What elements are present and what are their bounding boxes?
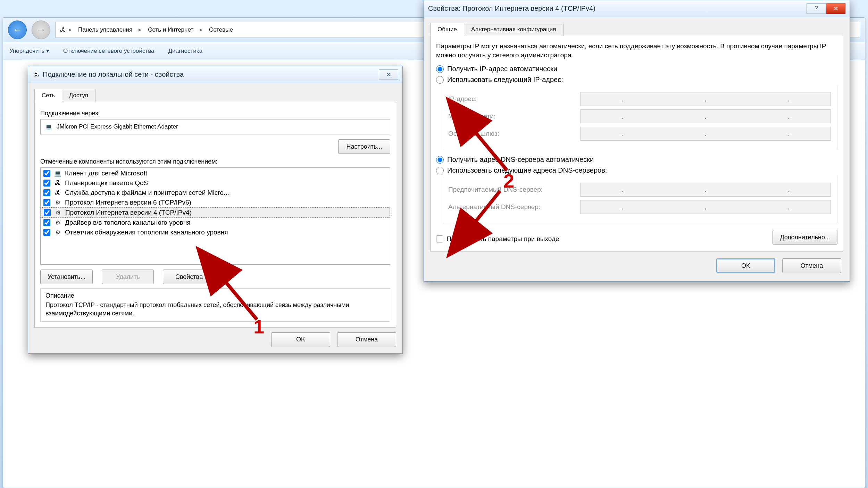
crumb-control-panel[interactable]: Панель управления [74, 26, 136, 33]
component-label: Протокол Интернета версии 4 (TCP/IPv4) [65, 209, 192, 216]
radio-label: Получить адрес DNS-сервера автоматически [447, 156, 594, 164]
ok-button[interactable]: OK [271, 332, 330, 347]
confirm-label: Подтвердить параметры при выходе [446, 235, 559, 243]
description-label: Описание [45, 292, 385, 299]
component-label: Служба доступа к файлам и принтерам сете… [65, 189, 229, 197]
network-adapter-icon: 🖧 [32, 71, 40, 78]
alt-dns-label: Альтернативный DNS-сервер: [448, 203, 573, 211]
crumb-network-internet[interactable]: Сеть и Интернет [144, 26, 198, 33]
components-list[interactable]: 💻Клиент для сетей Microsoft🖧Планировщик … [40, 167, 390, 265]
component-item[interactable]: 💻Клиент для сетей Microsoft [41, 168, 390, 178]
tab-access[interactable]: Доступ [62, 89, 95, 102]
component-item[interactable]: ⚙Протокол Интернета версии 4 (TCP/IPv4) [41, 207, 390, 218]
dialog-title: Подключение по локальной сети - свойства [43, 71, 184, 78]
gateway-input: ... [580, 127, 831, 141]
radio-dns-manual[interactable]: Использовать следующие адреса DNS-сервер… [436, 166, 837, 174]
fileshare-icon: 🖧 [54, 189, 61, 197]
component-item[interactable]: 🖧Планировщик пакетов QoS [41, 178, 390, 188]
tabstrip: Общие Альтернативная конфигурация [430, 23, 843, 36]
checkbox[interactable] [43, 189, 50, 196]
checkbox[interactable] [43, 180, 50, 187]
radio-ip-auto[interactable]: Получить IP-адрес автоматически [436, 65, 837, 73]
crumb-network-connections[interactable]: Сетевые [205, 26, 237, 33]
component-item[interactable]: 🖧Служба доступа к файлам и принтерам сет… [41, 188, 390, 198]
info-text: Параметры IP могут назначаться автоматич… [436, 42, 837, 59]
tab-general[interactable]: Общие [430, 23, 464, 36]
protocol-icon: ⚙ [54, 199, 61, 206]
network-icon: 🖧 [59, 26, 67, 34]
radio-input[interactable] [436, 167, 444, 174]
close-button[interactable]: ✕ [379, 69, 398, 80]
tab-alt-config[interactable]: Альтернативная конфигурация [464, 23, 564, 36]
dialog-title: Свойства: Протокол Интернета версии 4 (T… [428, 5, 595, 13]
chevron-right-icon: ▸ [198, 26, 205, 33]
configure-button[interactable]: Настроить... [338, 139, 390, 154]
subnet-mask-label: Маска подсети: [448, 113, 573, 120]
radio-dns-auto[interactable]: Получить адрес DNS-сервера автоматически [436, 156, 837, 164]
protocol-icon: ⚙ [54, 209, 62, 216]
ok-button[interactable]: OK [716, 258, 775, 273]
nav-back-button[interactable]: ← [8, 20, 27, 39]
help-button[interactable]: ? [807, 3, 826, 14]
install-button[interactable]: Установить... [40, 270, 93, 284]
radio-label: Получить IP-адрес автоматически [447, 65, 557, 73]
ipv4-properties-dialog: Свойства: Протокол Интернета версии 4 (T… [424, 0, 850, 282]
tab-panel-general: Параметры IP могут назначаться автоматич… [430, 36, 843, 251]
dialog-titlebar[interactable]: 🖧 Подключение по локальной сети - свойст… [28, 66, 402, 83]
adapter-box[interactable]: 💻 JMicron PCI Express Gigabit Ethernet A… [40, 119, 390, 134]
uninstall-button[interactable]: Удалить [102, 270, 154, 284]
component-label: Драйвер в/в тополога канального уровня [65, 219, 190, 226]
chevron-right-icon: ▸ [67, 26, 74, 33]
confirm-on-exit[interactable]: Подтвердить параметры при выходе [436, 235, 559, 243]
description-text: Протокол TCP/IP - стандартный протокол г… [45, 301, 385, 318]
properties-button[interactable]: Свойства [163, 270, 215, 284]
dialog-titlebar[interactable]: Свойства: Протокол Интернета версии 4 (T… [424, 0, 850, 17]
chevron-right-icon: ▸ [136, 26, 144, 33]
checkbox[interactable] [43, 199, 50, 206]
component-item[interactable]: ⚙Драйвер в/в тополога канального уровня [41, 218, 390, 228]
alt-dns-input: ... [580, 200, 831, 214]
checkbox[interactable] [436, 235, 443, 242]
tabstrip: Сеть Доступ [34, 89, 396, 102]
radio-ip-manual[interactable]: Использовать следующий IP-адрес: [436, 76, 837, 84]
description-box: Описание Протокол TCP/IP - стандартный п… [40, 288, 390, 322]
checkbox[interactable] [43, 219, 50, 226]
cancel-button[interactable]: Отмена [782, 258, 841, 273]
component-item[interactable]: ⚙Ответчик обнаружения топологии канально… [41, 228, 390, 237]
radio-input[interactable] [436, 156, 444, 164]
adapter-name: JMicron PCI Express Gigabit Ethernet Ada… [57, 123, 178, 130]
checkbox[interactable] [43, 229, 50, 236]
organize-menu[interactable]: Упорядочить ▾ [9, 47, 49, 55]
gateway-label: Основной шлюз: [448, 130, 573, 138]
protocol-icon: ⚙ [54, 219, 61, 226]
dns-manual-fields: Предпочитаемый DNS-сервер: ... Альтернат… [442, 176, 837, 223]
component-item[interactable]: ⚙Протокол Интернета версии 6 (TCP/IPv6) [41, 198, 390, 207]
checkbox[interactable] [43, 170, 50, 177]
close-button[interactable]: ✕ [826, 3, 845, 14]
nic-icon: 💻 [45, 123, 52, 131]
radio-input[interactable] [436, 65, 444, 73]
components-label: Отмеченные компоненты используются этим … [40, 158, 390, 165]
radio-label: Использовать следующий IP-адрес: [447, 76, 563, 84]
component-label: Протокол Интернета версии 6 (TCP/IPv6) [65, 199, 191, 206]
subnet-mask-input: ... [580, 109, 831, 123]
component-label: Планировщик пакетов QoS [65, 179, 148, 187]
radio-input[interactable] [436, 76, 444, 84]
radio-label: Использовать следующие адреса DNS-сервер… [447, 166, 607, 174]
disable-device-button[interactable]: Отключение сетевого устройства [63, 48, 155, 55]
scheduler-icon: 🖧 [54, 179, 61, 187]
diagnose-button[interactable]: Диагностика [168, 48, 203, 55]
ip-address-label: IP-адрес: [448, 95, 573, 103]
ip-manual-fields: IP-адрес: ... Маска подсети: ... Основно… [442, 85, 837, 150]
checkbox[interactable] [44, 209, 51, 216]
component-label: Клиент для сетей Microsoft [65, 169, 147, 177]
preferred-dns-label: Предпочитаемый DNS-сервер: [448, 186, 573, 193]
advanced-button[interactable]: Дополнительно... [773, 230, 837, 245]
ip-address-input: ... [580, 92, 831, 106]
nav-forward-button[interactable]: → [32, 20, 50, 39]
client-icon: 💻 [54, 169, 61, 177]
cancel-button[interactable]: Отмена [337, 332, 396, 347]
protocol-icon: ⚙ [54, 229, 61, 236]
tab-network[interactable]: Сеть [34, 89, 62, 102]
tab-panel-network: Подключение через: 💻 JMicron PCI Express… [34, 102, 396, 328]
